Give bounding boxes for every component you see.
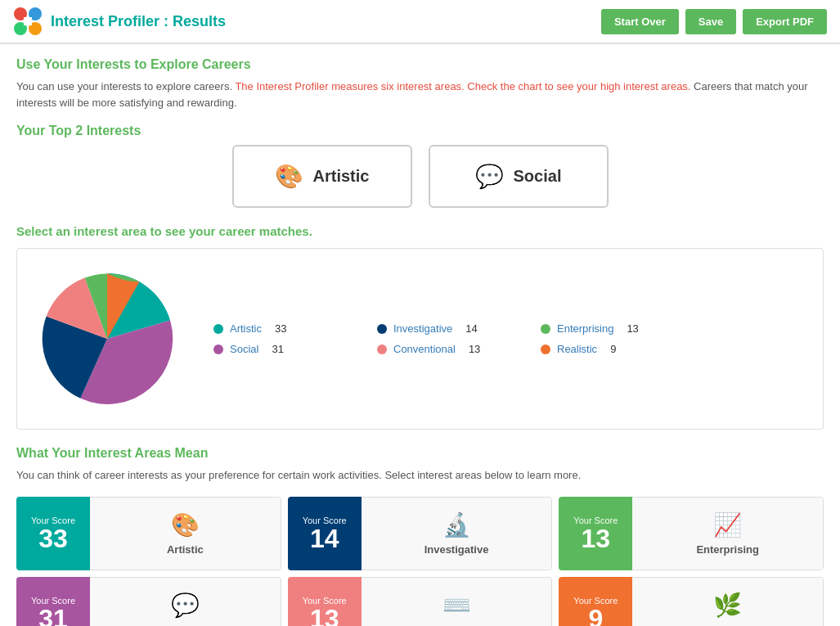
social-tile-icon: 💬 [171, 592, 200, 619]
enterprising-dot [541, 324, 550, 334]
legend-social: Social 31 [213, 343, 344, 355]
enterprising-link[interactable]: Enterprising [557, 322, 613, 335]
pie-chart [34, 265, 181, 412]
conventional-tile-icon: ⌨️ [442, 592, 471, 619]
intro-title: Use Your Interests to Explore Careers [16, 57, 824, 72]
conventional-dot [377, 345, 387, 354]
enterprising-tile-label: 📈 Enterprising [632, 497, 824, 570]
tile-investigative[interactable]: Your Score 14 🔬 Investigative [288, 497, 553, 570]
social-score-num: 31 [38, 606, 68, 627]
social-label: Social [514, 167, 562, 186]
select-interest-label: Select an interest area to see your care… [16, 224, 824, 238]
enterprising-score-box: Your Score 13 [559, 497, 632, 570]
legend-conventional: Conventional 13 [377, 343, 508, 355]
conventional-tile-label: ⌨️ Conventional [362, 577, 553, 627]
social-link[interactable]: Social [230, 343, 258, 355]
social-tile-text: Social [169, 624, 200, 627]
conventional-link[interactable]: Conventional [393, 343, 456, 355]
realistic-tile-label: 🌿 Realistic [632, 577, 824, 627]
interest-row-2: Your Score 31 💬 Social Your Score 13 [16, 577, 824, 627]
top-interest-artistic[interactable]: 🎨 Artistic [232, 145, 412, 208]
interest-areas-title: What Your Interest Areas Mean [16, 446, 824, 461]
realistic-score-num: 9 [588, 606, 603, 627]
enterprising-value: 13 [627, 322, 638, 335]
puzzle-icon [13, 7, 43, 36]
social-score-box: Your Score 31 [16, 577, 90, 627]
header-left: Interest Profiler : Results [13, 7, 226, 36]
header-buttons: Start Over Save Export PDF [601, 9, 827, 34]
realistic-tile-text: Realistic [706, 624, 749, 627]
artistic-value: 33 [275, 322, 286, 335]
interest-areas-desc: You can think of career interests as you… [16, 467, 824, 484]
artistic-label: Artistic [313, 167, 370, 186]
investigative-score-box: Your Score 14 [288, 497, 362, 570]
top-interest-social[interactable]: 💬 Social [429, 145, 609, 208]
artistic-icon: 🎨 [275, 163, 303, 190]
export-pdf-button[interactable]: Export PDF [743, 9, 827, 34]
tile-enterprising[interactable]: Your Score 13 📈 Enterprising [559, 497, 824, 570]
legend-row-2: Social 31 Conventional 13 Realistic 9 [213, 343, 806, 355]
investigative-tile-label: 🔬 Investigative [362, 497, 553, 570]
realistic-value: 9 [610, 343, 616, 355]
start-over-button[interactable]: Start Over [601, 9, 679, 34]
legend-row-1: Artistic 33 Investigative 14 Enterprisin… [213, 322, 806, 335]
main-content: Use Your Interests to Explore Careers Yo… [0, 44, 840, 626]
investigative-score-num: 14 [310, 525, 339, 552]
interest-areas-section: What Your Interest Areas Mean You can th… [16, 446, 824, 626]
artistic-dot [213, 324, 223, 334]
investigative-value: 14 [465, 322, 477, 335]
intro-plain: You can use your interests to explore ca… [16, 80, 235, 92]
enterprising-tile-text: Enterprising [696, 543, 759, 556]
social-icon: 💬 [475, 163, 504, 190]
social-value: 31 [272, 343, 283, 355]
tile-social[interactable]: Your Score 31 💬 Social [16, 577, 281, 627]
social-dot [213, 345, 223, 354]
interest-row-1: Your Score 33 🎨 Artistic Your Score 14 [16, 497, 824, 570]
legend-enterprising: Enterprising 13 [541, 322, 672, 335]
svg-rect-4 [24, 17, 32, 25]
artistic-score-box: Your Score 33 [16, 497, 90, 570]
tile-conventional[interactable]: Your Score 13 ⌨️ Conventional [288, 577, 553, 627]
enterprising-tile-icon: 📈 [713, 511, 742, 538]
legend-investigative: Investigative 14 [377, 322, 508, 335]
chart-section: Artistic 33 Investigative 14 Enterprisin… [16, 248, 824, 430]
legend-artistic: Artistic 33 [213, 322, 344, 335]
header: Interest Profiler : Results Start Over S… [0, 0, 840, 44]
social-tile-label: 💬 Social [90, 577, 281, 627]
artistic-score-num: 33 [38, 525, 68, 552]
interest-tiles-grid: Your Score 33 🎨 Artistic Your Score 14 [16, 497, 824, 627]
tile-artistic[interactable]: Your Score 33 🎨 Artistic [16, 497, 281, 570]
conventional-value: 13 [469, 343, 480, 355]
conventional-score-num: 13 [310, 606, 339, 627]
legend-realistic: Realistic 9 [541, 343, 672, 355]
chart-legend: Artistic 33 Investigative 14 Enterprisin… [213, 322, 806, 355]
top-interests-section: Your Top 2 Interests 🎨 Artistic 💬 Social [16, 124, 824, 208]
intro-highlight: The Interest Profiler measures six inter… [235, 80, 690, 92]
save-button[interactable]: Save [685, 9, 736, 34]
top-interests-title: Your Top 2 Interests [16, 124, 824, 138]
realistic-score-box: Your Score 9 [559, 577, 632, 627]
artistic-tile-label: 🎨 Artistic [90, 497, 281, 570]
enterprising-score-num: 13 [582, 525, 611, 552]
intro-description: You can use your interests to explore ca… [16, 79, 824, 110]
realistic-dot [541, 345, 550, 354]
top-interests-list: 🎨 Artistic 💬 Social [16, 145, 824, 208]
investigative-dot [377, 324, 387, 334]
intro-section: Use Your Interests to Explore Careers Yo… [16, 57, 824, 110]
realistic-tile-icon: 🌿 [713, 592, 742, 619]
page-title: Interest Profiler : Results [51, 13, 226, 30]
investigative-tile-icon: 🔬 [442, 511, 471, 538]
artistic-tile-icon: 🎨 [171, 511, 200, 538]
investigative-link[interactable]: Investigative [393, 322, 452, 335]
tile-realistic[interactable]: Your Score 9 🌿 Realistic [559, 577, 824, 627]
artistic-tile-text: Artistic [167, 543, 204, 556]
conventional-score-box: Your Score 13 [288, 577, 362, 627]
investigative-tile-text: Investigative [424, 543, 489, 556]
realistic-link[interactable]: Realistic [557, 343, 597, 355]
artistic-link[interactable]: Artistic [230, 322, 262, 335]
conventional-tile-text: Conventional [423, 624, 490, 627]
